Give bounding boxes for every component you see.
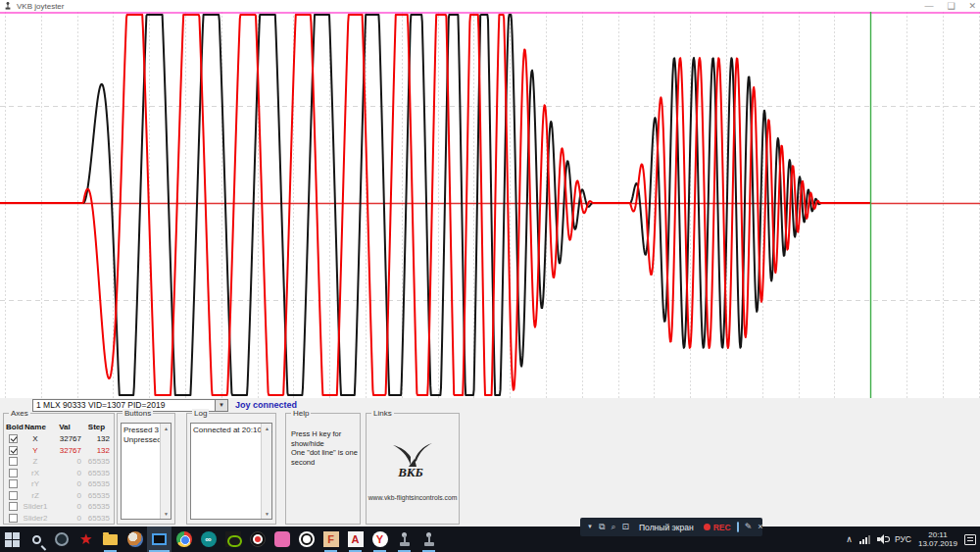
rec-dot-icon (704, 524, 710, 530)
toolbar-crop-icon[interactable]: ⊡ (621, 518, 629, 536)
buttons-panel: Buttons Pressed 3 Unpressed 3 ▲ ▼ (117, 413, 175, 525)
oscilloscope-plot (0, 12, 980, 398)
taskbar-recorder[interactable] (245, 527, 270, 552)
screenshot-toolbar: ▼ ⧉ ⌕ ⊡ Полный экран REC ✎ × (580, 518, 762, 536)
language-indicator[interactable]: РУС (895, 534, 911, 544)
buttons-list[interactable]: Pressed 3 Unpressed 3 ▲ ▼ (121, 423, 172, 520)
buttons-list-item: Pressed 3 (123, 426, 158, 435)
bold-checkbox-y[interactable] (9, 446, 18, 455)
axis-row-z: Z 0 65535 (6, 456, 112, 468)
axis-row-slider1: Slider1 0 65535 (6, 501, 112, 513)
rec-button[interactable]: REC (704, 523, 731, 532)
log-panel-title: Log (192, 409, 209, 418)
taskbar-yandex[interactable]: Y (368, 527, 392, 552)
start-button[interactable] (0, 527, 24, 552)
taskbar-target-app[interactable] (294, 527, 318, 552)
chevron-down-icon[interactable]: ▼ (215, 400, 227, 411)
taskbar-chrome[interactable] (172, 527, 196, 552)
scroll-up-icon[interactable]: ▲ (262, 424, 272, 433)
log-panel: Log Connected at 20:10:11 ▲ ▼ (186, 413, 276, 525)
axis-row-rz: rZ 0 65535 (6, 490, 112, 502)
close-button[interactable]: ✕ (968, 1, 976, 11)
chrome-icon (176, 531, 192, 547)
taskbar-clock[interactable]: 20:11 13.07.2019 (918, 530, 957, 548)
col-name: Name (23, 423, 48, 431)
nvidia-icon (225, 531, 241, 547)
taskbar-joystick-1[interactable] (392, 527, 416, 552)
taskbar-pink-app[interactable] (270, 527, 294, 552)
minimize-button[interactable]: — (924, 1, 933, 11)
buttons-panel-title: Buttons (122, 409, 153, 418)
axis-row-y: Y 32767 132 (6, 445, 112, 457)
help-text: Press H key for show/hide One "dot line"… (291, 429, 358, 467)
toolbar-zoom-icon[interactable]: ⌕ (611, 518, 615, 536)
taskbar-f-app[interactable]: F (318, 527, 343, 552)
taskbar: ★ ∞ F A (0, 527, 980, 552)
app-window-icon (152, 533, 167, 545)
log-list[interactable]: Connected at 20:10:11 ▲ ▼ (190, 423, 272, 520)
axis-row-rx: rX 0 65535 (6, 468, 112, 479)
scroll-down-icon[interactable]: ▼ (161, 509, 172, 519)
bold-checkbox-slider2[interactable] (9, 514, 18, 523)
f-app-icon: F (323, 531, 339, 547)
buttons-scrollbar[interactable]: ▲ ▼ (160, 424, 171, 519)
taskbar-a-app[interactable]: A (343, 527, 368, 552)
taskbar-nvidia[interactable] (220, 527, 245, 552)
vkb-logo: ВКБ (381, 441, 444, 484)
taskbar-file-explorer[interactable] (98, 527, 122, 552)
axis-row-slider2: Slider2 0 65535 (6, 513, 112, 525)
color-swatch-button[interactable] (737, 522, 739, 532)
maximize-button[interactable]: ❑ (947, 1, 955, 11)
volume-icon[interactable] (877, 534, 888, 544)
target-icon (299, 531, 315, 547)
window-title: VKB joytester (17, 2, 64, 11)
axes-table: Bold Name Val Step X 32767 132 Y 32767 1… (6, 421, 112, 524)
taskbar-search[interactable] (24, 527, 49, 552)
a-app-icon: A (348, 531, 364, 547)
system-tray: ∧ РУС 20:11 13.07.2019 (846, 527, 976, 552)
taskbar-planet-app[interactable] (122, 527, 147, 552)
vkb-url[interactable]: www.vkb-flightsincontrols.com (367, 494, 459, 501)
folder-icon (103, 534, 118, 545)
bold-checkbox-rz[interactable] (9, 491, 18, 500)
toolbar-windows-icon[interactable]: ⧉ (599, 518, 605, 536)
toolbar-close-icon[interactable]: × (758, 518, 762, 536)
network-icon[interactable] (859, 534, 870, 544)
scroll-down-icon[interactable]: ▼ (262, 509, 272, 519)
joy-connected-status: Joy connected (235, 400, 297, 410)
hidden-icons-chevron[interactable]: ∧ (846, 534, 853, 544)
axes-panel-title: Axes (9, 409, 30, 418)
bold-checkbox-slider1[interactable] (9, 502, 18, 511)
axes-table-header: Bold Name Val Step (6, 421, 112, 433)
windows-logo-icon (5, 532, 20, 547)
fullscreen-mode-label[interactable]: Полный экран (639, 523, 694, 532)
col-bold: Bold (6, 423, 23, 431)
taskbar-arduino[interactable]: ∞ (196, 527, 220, 552)
col-val: Val (48, 423, 83, 431)
action-center-icon[interactable] (964, 534, 976, 545)
toolbar-dropdown-icon[interactable]: ▼ (587, 518, 593, 536)
taskbar-joystick-2[interactable] (416, 527, 441, 552)
taskbar-star-app[interactable]: ★ (74, 527, 98, 552)
clock-date: 13.07.2019 (918, 539, 957, 548)
joystick-icon (422, 532, 436, 546)
links-panel-title: Links (371, 409, 394, 418)
help-panel-title: Help (291, 409, 311, 418)
bold-checkbox-x[interactable] (9, 434, 18, 443)
desktop: VKB joytester — ❑ ✕ 1 MLX 90333 VID=1307… (0, 0, 980, 552)
arduino-icon: ∞ (201, 531, 217, 547)
bold-checkbox-rx[interactable] (9, 469, 18, 477)
red-star-icon: ★ (79, 530, 92, 548)
scroll-up-icon[interactable]: ▲ (161, 424, 172, 433)
bold-checkbox-ry[interactable] (9, 479, 18, 488)
taskbar-vkb-joytester[interactable] (147, 527, 172, 552)
log-scrollbar[interactable]: ▲ ▼ (261, 424, 271, 519)
col-step: Step (83, 423, 112, 431)
links-panel: Links ВКБ www.vkb-flightsincontrols.com (366, 413, 460, 525)
titlebar[interactable]: VKB joytester — ❑ ✕ (0, 0, 980, 12)
help-line-2: One "dot line" is one second (291, 448, 358, 467)
taskbar-cortana[interactable] (49, 527, 74, 552)
bold-checkbox-z[interactable] (9, 457, 18, 466)
svg-text:ВКБ: ВКБ (397, 465, 423, 479)
pencil-icon[interactable]: ✎ (745, 518, 753, 536)
